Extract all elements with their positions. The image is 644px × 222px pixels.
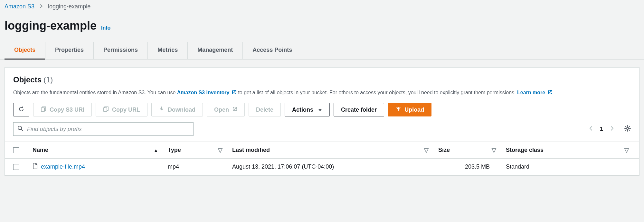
copy-url-label: Copy URL	[112, 106, 140, 113]
sort-icon: ▽	[492, 147, 496, 154]
info-link[interactable]: Info	[101, 25, 110, 31]
tab-metrics[interactable]: Metrics	[148, 42, 188, 59]
object-count: (1)	[43, 75, 53, 84]
upload-icon	[395, 106, 401, 114]
external-link-icon	[547, 89, 553, 97]
prev-page-button[interactable]	[589, 125, 593, 133]
col-header-type-label: Type	[168, 147, 181, 153]
tab-management[interactable]: Management	[188, 42, 243, 59]
create-folder-label: Create folder	[341, 106, 377, 113]
breadcrumb: Amazon S3 logging-example	[0, 0, 644, 13]
col-header-name-label: Name	[33, 147, 48, 153]
col-header-storage-label: Storage class	[506, 147, 544, 153]
sort-icon: ▽	[624, 147, 629, 154]
page-title: logging-example	[5, 19, 97, 32]
action-row: Copy S3 URI Copy URL Download Open Delet…	[13, 103, 631, 116]
copy-icon	[41, 106, 46, 114]
delete-label: Delete	[256, 106, 273, 113]
open-button[interactable]: Open	[207, 103, 245, 116]
panel-description: Objects are the fundamental entities sto…	[13, 89, 631, 97]
select-all-checkbox[interactable]	[13, 147, 19, 153]
tab-properties[interactable]: Properties	[45, 42, 94, 59]
external-link-icon	[232, 89, 237, 97]
file-icon	[33, 163, 38, 171]
copy-icon	[103, 106, 109, 114]
col-header-modified-label: Last modified	[232, 147, 270, 153]
pagination: 1	[589, 125, 631, 133]
table-row: example-file.mp4 mp4 August 13, 2021, 17…	[5, 159, 639, 175]
file-storage-class: Standard	[506, 163, 529, 170]
col-header-size[interactable]: Size ▽	[438, 147, 506, 154]
breadcrumb-bucket: logging-example	[48, 3, 90, 10]
file-type: mp4	[168, 163, 179, 170]
file-modified: August 13, 2021, 17:06:07 (UTC-04:00)	[232, 163, 334, 170]
col-header-storage[interactable]: Storage class ▽	[506, 147, 631, 154]
actions-dropdown[interactable]: Actions	[285, 103, 330, 116]
sort-icon: ▽	[424, 147, 429, 154]
upload-button[interactable]: Upload	[388, 103, 431, 116]
search-input[interactable]	[27, 126, 189, 133]
inventory-link[interactable]: Amazon S3 inventory	[177, 90, 238, 95]
tabs: Objects Properties Permissions Metrics M…	[0, 42, 644, 60]
objects-panel: Objects (1) Objects are the fundamental …	[5, 67, 639, 176]
svg-marker-2	[318, 109, 322, 111]
search-icon	[17, 125, 23, 133]
delete-button[interactable]: Delete	[249, 103, 281, 116]
download-button[interactable]: Download	[151, 103, 203, 116]
col-header-name[interactable]: Name ▲	[33, 147, 168, 153]
next-page-button[interactable]	[610, 125, 614, 133]
learn-more-link[interactable]: Learn more	[517, 90, 553, 95]
svg-line-4	[21, 129, 23, 131]
search-row: 1	[13, 122, 631, 136]
desc-text-2: to get a list of all objects in your buc…	[238, 90, 517, 95]
copy-url-button[interactable]: Copy URL	[96, 103, 147, 116]
table-settings-button[interactable]	[624, 125, 631, 133]
row-checkbox[interactable]	[13, 164, 19, 170]
chevron-right-icon	[40, 3, 43, 10]
tab-access-points[interactable]: Access Points	[243, 42, 302, 59]
svg-point-5	[627, 127, 629, 129]
file-name-link[interactable]: example-file.mp4	[41, 163, 85, 170]
create-folder-button[interactable]: Create folder	[334, 103, 384, 116]
download-label: Download	[168, 106, 195, 113]
sort-asc-icon: ▲	[154, 148, 158, 153]
search-box[interactable]	[13, 122, 194, 136]
page-number: 1	[600, 126, 603, 133]
sort-icon: ▽	[218, 147, 223, 154]
objects-table: Name ▲ Type ▽ Last modified ▽ Size ▽ Sto…	[5, 142, 639, 175]
file-size: 203.5 MB	[465, 163, 490, 170]
tab-objects[interactable]: Objects	[5, 42, 45, 59]
external-link-icon	[232, 106, 237, 113]
caret-down-icon	[318, 106, 322, 113]
col-header-modified[interactable]: Last modified ▽	[232, 147, 438, 154]
table-header-row: Name ▲ Type ▽ Last modified ▽ Size ▽ Sto…	[5, 142, 639, 159]
page-header: logging-example Info	[0, 13, 644, 42]
panel-title-text: Objects	[13, 75, 42, 84]
refresh-button[interactable]	[13, 103, 29, 116]
copy-s3-uri-label: Copy S3 URI	[50, 106, 84, 113]
desc-text-1: Objects are the fundamental entities sto…	[13, 90, 177, 95]
download-icon	[159, 106, 165, 114]
tab-permissions[interactable]: Permissions	[94, 42, 148, 59]
breadcrumb-service-link[interactable]: Amazon S3	[5, 3, 34, 10]
svg-rect-0	[41, 108, 44, 111]
copy-s3-uri-button[interactable]: Copy S3 URI	[33, 103, 92, 116]
open-label: Open	[214, 106, 229, 113]
col-header-size-label: Size	[438, 147, 450, 153]
svg-rect-1	[104, 108, 107, 111]
panel-title: Objects (1)	[13, 75, 631, 84]
upload-label: Upload	[404, 106, 424, 113]
refresh-icon	[18, 106, 24, 114]
actions-label: Actions	[292, 106, 313, 113]
col-header-type[interactable]: Type ▽	[168, 147, 232, 154]
